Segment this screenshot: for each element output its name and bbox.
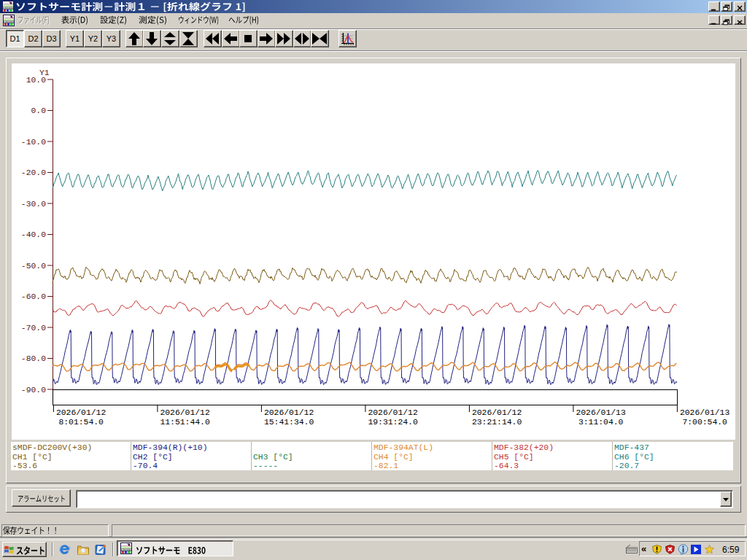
svg-text:2026/01/12: 2026/01/12 [472, 408, 522, 417]
svg-text:CH5 [°C]: CH5 [°C] [494, 453, 534, 462]
svg-text:-20.0: -20.0 [21, 168, 46, 177]
svg-text:-82.1: -82.1 [374, 462, 398, 470]
svg-text:-30.0: -30.0 [21, 200, 46, 209]
svg-text:sMDF-DC200V(+30): sMDF-DC200V(+30) [12, 443, 92, 452]
svg-text:2026/01/12: 2026/01/12 [264, 408, 314, 417]
svg-text:MDF-394(R)(+10): MDF-394(R)(+10) [133, 443, 208, 452]
svg-text:3:11:04.0: 3:11:04.0 [578, 418, 624, 427]
svg-text:-20.7: -20.7 [614, 462, 639, 470]
svg-text:-----: ----- [253, 462, 278, 470]
svg-text:-53.6: -53.6 [12, 462, 37, 470]
svg-text:23:21:14.0: 23:21:14.0 [472, 418, 522, 427]
svg-text:CH3 [°C]: CH3 [°C] [253, 453, 293, 462]
svg-text:2026/01/12: 2026/01/12 [56, 408, 107, 417]
svg-text:15:41:34.0: 15:41:34.0 [264, 418, 314, 427]
svg-text:-80.0: -80.0 [21, 354, 46, 363]
svg-text:MDF-394AT(L): MDF-394AT(L) [374, 443, 433, 452]
svg-text:-60.0: -60.0 [21, 292, 46, 301]
svg-text:-70.4: -70.4 [133, 462, 158, 470]
svg-text:2026/01/12: 2026/01/12 [160, 408, 210, 417]
svg-text:0.0: 0.0 [31, 106, 46, 115]
svg-text:CH4 [°C]: CH4 [°C] [374, 453, 414, 462]
svg-text:19:31:24.0: 19:31:24.0 [368, 418, 418, 427]
svg-text:2026/01/12: 2026/01/12 [368, 408, 418, 417]
svg-text:CH6 [°C]: CH6 [°C] [614, 453, 654, 462]
svg-text:-70.0: -70.0 [21, 324, 46, 332]
svg-text:-90.0: -90.0 [21, 386, 46, 394]
svg-text:-40.0: -40.0 [21, 230, 46, 239]
svg-text:-10.0: -10.0 [21, 138, 46, 147]
svg-text:11:51:44.0: 11:51:44.0 [160, 418, 210, 427]
svg-text:-50.0: -50.0 [21, 262, 46, 271]
svg-text:7:00:54.0: 7:00:54.0 [682, 418, 727, 427]
svg-text:CH2 [°C]: CH2 [°C] [133, 453, 173, 462]
svg-text:2026/01/13: 2026/01/13 [576, 408, 626, 417]
svg-text:Y1: Y1 [39, 69, 50, 77]
svg-text:CH1 [°C]: CH1 [°C] [12, 453, 53, 462]
svg-text:-64.3: -64.3 [494, 462, 519, 470]
svg-text:8:01:54.0: 8:01:54.0 [58, 418, 104, 427]
svg-text:MDF-437: MDF-437 [614, 443, 649, 452]
svg-text:MDF-382(+20): MDF-382(+20) [494, 443, 554, 452]
svg-text:2026/01/13: 2026/01/13 [680, 408, 730, 417]
